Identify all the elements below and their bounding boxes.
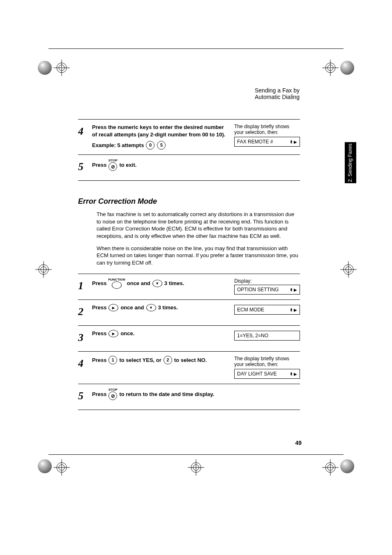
step-text: to return to the date and time display. [119, 391, 214, 398]
step-text: Press [92, 357, 106, 364]
step-text: Press [92, 280, 106, 287]
step-row: 5 Press STOP to return to the date and t… [78, 384, 300, 410]
step-result: Display: OPTION SETTING ▲▼▶ [234, 278, 300, 295]
blank-oval-key-icon [112, 281, 122, 289]
display-text: FAX REMOTE # [237, 139, 273, 145]
step-text: Press [92, 391, 106, 398]
step-row: 4 Press 1 to select YES, or 2 to select … [78, 352, 300, 384]
step-number: 4 [78, 124, 92, 137]
step-text: Press the numeric keys to enter the desi… [92, 124, 230, 138]
display-text: 1=YES, 2=NO [237, 333, 268, 339]
lcd-display: 1=YES, 2=NO [234, 331, 300, 341]
step-text: once and [120, 304, 144, 311]
step-row: 2 Press ▶ once and ▼ 3 times. ECM MODE ▲… [78, 300, 300, 326]
step-text: to select YES, or [119, 357, 161, 364]
step-result: The display briefly shows your selection… [234, 124, 300, 147]
section-paragraph: The fax machine is set to automatically … [97, 211, 300, 240]
crosshair-icon [340, 261, 357, 278]
step-number: 5 [78, 159, 92, 172]
function-key-icon: FUNCTION [108, 278, 125, 289]
step-number: 2 [78, 304, 92, 317]
numeric-key-icon: 0 [146, 141, 154, 150]
crosshair-icon [35, 261, 52, 278]
step-instruction: Press STOP to return to the date and tim… [92, 388, 300, 400]
step-text: once. [120, 330, 134, 337]
result-label: Display: [234, 278, 300, 284]
step-text: to exit. [119, 161, 136, 169]
page-number: 49 [295, 440, 302, 446]
step-example-label: Example: 5 attempts [92, 142, 144, 149]
step-row: 5 Press STOP to exit. [78, 155, 300, 180]
step-number: 1 [78, 278, 92, 291]
lcd-display: DAY LIGHT SAVE ▲▼▶ [234, 369, 300, 379]
key-label: STOP [108, 388, 118, 391]
step-instruction: Press FUNCTION once and ▼ 3 times. [92, 278, 234, 289]
result-note: The display briefly shows your selection… [234, 356, 300, 367]
nav-arrows-icon: ▲▼▶ [290, 308, 297, 312]
stop-symbol-icon [108, 391, 117, 400]
crop-line [48, 48, 344, 49]
page-content: Sending a Fax by Automatic Dialing 4 Pre… [78, 90, 300, 410]
down-arrow-key-icon: ▼ [152, 280, 162, 287]
display-text: ECM MODE [237, 307, 264, 313]
numeric-key-icon: 2 [164, 356, 172, 364]
nav-arrows-icon: ▲▼▶ [290, 372, 297, 376]
result-note: The display briefly shows your selection… [234, 124, 300, 135]
step-text: Press [92, 161, 106, 169]
right-arrow-key-icon: ▶ [108, 304, 118, 311]
down-arrow-key-icon: ▼ [146, 304, 156, 311]
key-label: FUNCTION [108, 278, 125, 281]
nav-arrows-icon: ▲▼▶ [290, 288, 297, 292]
crosshair-icon [322, 459, 339, 476]
register-sphere-icon [38, 459, 52, 473]
step-result: ECM MODE ▲▼▶ [234, 304, 300, 315]
lcd-display: OPTION SETTING ▲▼▶ [234, 285, 300, 295]
step-row: 3 Press ▶ once. 1=YES, 2=NO [78, 326, 300, 352]
stop-symbol-icon [108, 162, 117, 171]
right-arrow-key-icon: ▶ [108, 330, 118, 337]
step-text: to select NO. [174, 357, 207, 364]
step-text: Press [92, 330, 106, 337]
register-sphere-icon [38, 61, 52, 75]
step-text: once and [127, 280, 150, 287]
top-steps-block: 4 Press the numeric keys to enter the de… [78, 119, 300, 181]
step-text: Press [92, 304, 106, 311]
step-result: 1=YES, 2=NO [234, 330, 300, 341]
key-label: STOP [108, 159, 118, 162]
step-row: 1 Press FUNCTION once and ▼ 3 times. Dis… [78, 274, 300, 300]
stop-key-icon: STOP [108, 159, 118, 171]
step-instruction: Press 1 to select YES, or 2 to select NO… [92, 356, 234, 364]
nav-arrows-icon: ▲▼▶ [290, 140, 297, 144]
numeric-key-icon: 1 [108, 356, 117, 364]
crosshair-icon [53, 459, 70, 476]
stop-key-icon: STOP [108, 388, 118, 400]
steps-table: 1 Press FUNCTION once and ▼ 3 times. Dis… [78, 274, 300, 410]
step-number: 5 [78, 388, 92, 401]
step-row: 4 Press the numeric keys to enter the de… [78, 120, 300, 155]
section-tab: 2. Sending Faxes [345, 142, 356, 183]
step-result: The display briefly shows your selection… [234, 356, 300, 379]
numeric-key-icon: 5 [157, 141, 166, 150]
running-header: Sending a Fax by Automatic Dialing [255, 87, 300, 100]
step-number: 3 [78, 330, 92, 343]
crop-line [48, 454, 344, 455]
step-instruction: Press STOP to exit. [92, 159, 234, 171]
manual-page: 2. Sending Faxes Sending a Fax by Automa… [0, 0, 392, 555]
section-tab-label: 2. Sending Faxes [348, 143, 353, 182]
step-text: 3 times. [164, 280, 184, 287]
step-number: 4 [78, 356, 92, 369]
step-instruction: Press ▶ once. [92, 330, 234, 337]
crosshair-icon [53, 60, 70, 76]
display-text: OPTION SETTING [237, 287, 279, 292]
crosshair-icon [322, 60, 339, 76]
register-sphere-icon [340, 61, 354, 75]
step-instruction: Press ▶ once and ▼ 3 times. [92, 304, 234, 311]
step-instruction: Press the numeric keys to enter the desi… [92, 124, 234, 150]
step-text: 3 times. [158, 304, 178, 311]
crosshair-icon [188, 459, 204, 476]
lcd-display: FAX REMOTE # ▲▼▶ [234, 137, 300, 147]
display-text: DAY LIGHT SAVE [237, 371, 277, 377]
lcd-display: ECM MODE ▲▼▶ [234, 305, 300, 315]
register-sphere-icon [340, 459, 354, 473]
section-paragraph: When there is considerable noise on the … [97, 245, 300, 267]
